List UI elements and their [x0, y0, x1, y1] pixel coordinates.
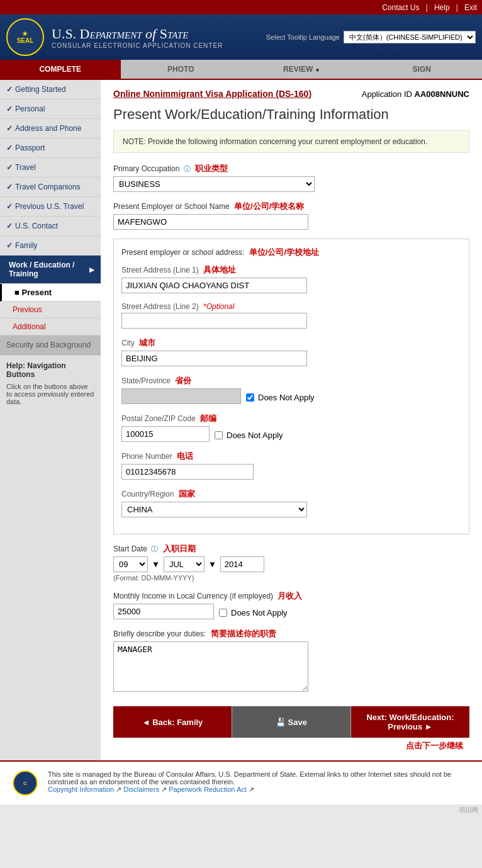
- contact-us-link[interactable]: Contact Us: [382, 3, 419, 12]
- note-box: NOTE: Provide the following information …: [113, 130, 469, 153]
- start-date-month-select[interactable]: JUL: [164, 556, 205, 572]
- primary-occupation-select[interactable]: BUSINESS STUDENT EMPLOYED SELF-EMPLOYED …: [113, 176, 315, 192]
- zip-does-not-apply-label: Does Not Apply: [215, 431, 283, 440]
- sidebar-item-family[interactable]: Family: [0, 236, 101, 256]
- sidebar-item-getting-started[interactable]: Getting Started: [0, 80, 101, 99]
- duties-textarea[interactable]: MANAGER: [113, 641, 308, 692]
- footer-logo: C: [13, 770, 38, 796]
- phone-label: Phone Number 电话: [121, 451, 461, 462]
- street2-input[interactable]: [121, 313, 307, 329]
- city-label: City 城市: [121, 337, 461, 349]
- sidebar-item-travel-companions[interactable]: Travel Companions: [0, 178, 101, 197]
- state-row: State/Province 省份 Does Not Apply: [121, 375, 461, 404]
- help-link[interactable]: Help: [434, 3, 450, 12]
- start-date-info-icon[interactable]: ⓘ: [151, 545, 158, 553]
- save-button[interactable]: 💾 Save: [232, 706, 351, 738]
- phone-input[interactable]: 01012345678: [121, 464, 254, 480]
- income-does-not-apply-checkbox[interactable]: [219, 609, 227, 617]
- sidebar-item-work[interactable]: Work / Education / Training ▶: [0, 256, 101, 284]
- sidebar-sub-additional[interactable]: Additional: [0, 318, 101, 335]
- app-id-value: AA008NNUNC: [415, 89, 469, 99]
- street1-label: Street Address (Line 1) 具体地址: [121, 264, 461, 276]
- help-text: Click on the buttons above to access pre…: [6, 383, 94, 405]
- income-input[interactable]: 25000: [113, 604, 214, 619]
- footer-text: This site is managed by the Bureau of Co…: [48, 770, 469, 794]
- income-does-not-apply-label: Does Not Apply: [219, 608, 288, 617]
- sidebar-item-prev-us-travel[interactable]: Previous U.S. Travel: [0, 197, 101, 217]
- street2-row: Street Address (Line 2) *Optional: [121, 302, 461, 329]
- address-section-label: Present employer or school address: 单位/公…: [121, 247, 461, 258]
- lang-dropdown[interactable]: 中文(简体）(CHINESE-SIMPLIFIED): [344, 31, 476, 43]
- street1-row: Street Address (Line 1) 具体地址 JIUXIAN QIA…: [121, 264, 461, 293]
- copyright-link[interactable]: Copyright Information: [48, 786, 114, 793]
- street1-input[interactable]: JIUXIAN QIAO CHAOYANG DIST: [121, 278, 307, 293]
- note-text: NOTE: Provide the following information …: [123, 137, 427, 146]
- address-box: Present employer or school address: 单位/公…: [113, 239, 469, 534]
- zip-row: Postal Zone/ZIP Code 邮编 100015 Does Not …: [121, 413, 461, 442]
- state-does-not-apply-label: Does Not Apply: [246, 393, 315, 402]
- primary-occupation-label: Primary Occupation ⓘ 职业类型: [113, 163, 469, 174]
- zip-does-not-apply-checkbox[interactable]: [215, 431, 223, 439]
- income-row: Monthly Income in Local Currency (if emp…: [113, 590, 469, 619]
- zip-input-row: 100015 Does Not Apply: [121, 426, 461, 442]
- city-row: City 城市 BEIJING: [121, 337, 461, 366]
- state-input[interactable]: [121, 388, 241, 404]
- tab-sign[interactable]: SIGN: [362, 60, 483, 79]
- tab-photo[interactable]: PHOTO: [121, 60, 242, 79]
- employer-name-input[interactable]: MAFENGWO: [113, 214, 308, 230]
- sidebar-item-security[interactable]: Security and Background: [0, 335, 101, 355]
- income-label: Monthly Income in Local Currency (if emp…: [113, 590, 469, 602]
- employer-name-label: Present Employer or School Name 单位/公司/学校…: [113, 201, 469, 212]
- income-inputs: 25000 Does Not Apply: [113, 604, 469, 619]
- help-box: Help: Navigation Buttons Click on the bu…: [0, 355, 101, 412]
- sidebar-sub-previous[interactable]: Previous: [0, 302, 101, 318]
- country-row: Country/Region 国家 CHINA UNITED STATES OT…: [121, 488, 461, 517]
- seal-logo: ★SEAL: [6, 18, 44, 56]
- start-date-year-input[interactable]: 2014: [220, 556, 264, 572]
- disclaimers-link[interactable]: Disclaimers: [123, 786, 159, 793]
- footer: C This site is managed by the Bureau of …: [0, 760, 482, 804]
- exit-link[interactable]: Exit: [464, 3, 477, 12]
- sidebar-item-passport[interactable]: Passport: [0, 138, 101, 158]
- country-label: Country/Region 国家: [121, 488, 461, 500]
- bottom-nav: ◄ Back: Family 💾 Save Next: Work/Educati…: [113, 706, 469, 738]
- watermark: 陪旧网: [0, 804, 482, 816]
- lang-label: Select Tooltip Language: [266, 33, 340, 41]
- sidebar-work-arrow: ▶: [89, 266, 94, 273]
- tab-review[interactable]: REVIEW●: [241, 60, 362, 79]
- city-input[interactable]: BEIJING: [121, 351, 307, 366]
- dept-subtitle: CONSULAR ELECTRONIC APPLICATION CENTER: [52, 42, 223, 49]
- sidebar: Getting Started Personal Address and Pho…: [0, 80, 101, 760]
- header: ★SEAL U.S. Department of State CONSULAR …: [0, 14, 482, 60]
- start-date-day-select[interactable]: 09: [113, 556, 148, 572]
- start-date-inputs: 09 ▼ JUL ▼ 2014: [113, 556, 469, 572]
- employer-name-row: Present Employer or School Name 单位/公司/学校…: [113, 201, 469, 230]
- start-date-format: (Format: DD-MMM-YYYY): [113, 574, 469, 582]
- start-date-row: Start Date ⓘ 入职日期 09 ▼ JUL ▼ 2014 (Forma…: [113, 543, 469, 582]
- paperwork-link[interactable]: Paperwork Reduction Act: [169, 786, 247, 793]
- zip-input[interactable]: 100015: [121, 426, 210, 442]
- primary-occupation-row: Primary Occupation ⓘ 职业类型 BUSINESS STUDE…: [113, 163, 469, 192]
- sidebar-item-us-contact[interactable]: U.S. Contact: [0, 217, 101, 236]
- top-bar: Contact Us | Help | Exit: [0, 0, 482, 14]
- sidebar-item-personal[interactable]: Personal: [0, 99, 101, 119]
- app-link[interactable]: Online Nonimmigrant Visa Application (DS…: [113, 89, 311, 99]
- phone-row: Phone Number 电话 01012345678: [121, 451, 461, 480]
- sidebar-item-travel[interactable]: Travel: [0, 158, 101, 178]
- duties-row: Briefly describe your duties: 简要描述你的职责 M…: [113, 628, 469, 694]
- state-label: State/Province 省份: [121, 375, 461, 386]
- street2-label: Street Address (Line 2) *Optional: [121, 302, 461, 311]
- zip-label: Postal Zone/ZIP Code 邮编: [121, 413, 461, 424]
- tab-complete[interactable]: COMPLETE: [0, 60, 121, 79]
- info-icon[interactable]: ⓘ: [184, 165, 191, 172]
- lang-selector[interactable]: Select Tooltip Language 中文(简体）(CHINESE-S…: [266, 31, 476, 43]
- main-content: Online Nonimmigrant Visa Application (DS…: [101, 80, 482, 760]
- country-select[interactable]: CHINA UNITED STATES OTHER: [121, 502, 307, 517]
- dept-name: U.S. Department of State: [52, 26, 223, 42]
- back-button[interactable]: ◄ Back: Family: [113, 706, 232, 738]
- sidebar-sub-present[interactable]: ■ Present: [0, 284, 101, 302]
- next-button[interactable]: Next: Work/Education: Previous ►: [351, 706, 469, 738]
- sidebar-item-address[interactable]: Address and Phone: [0, 119, 101, 138]
- app-id-bar: Online Nonimmigrant Visa Application (DS…: [113, 86, 469, 101]
- state-does-not-apply-checkbox[interactable]: [246, 393, 254, 402]
